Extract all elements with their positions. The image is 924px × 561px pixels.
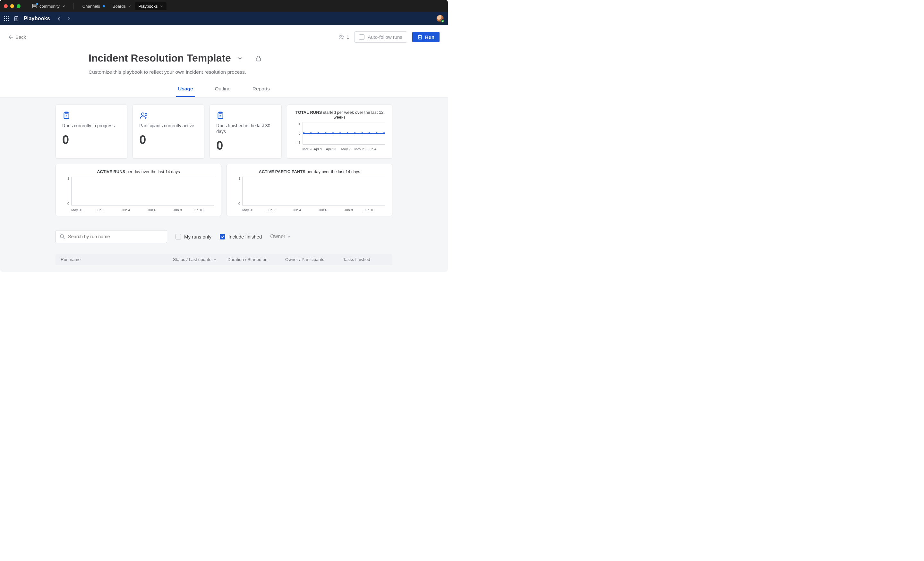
y-tick: -1 bbox=[293, 141, 301, 145]
svg-point-24 bbox=[60, 235, 63, 238]
back-label: Back bbox=[15, 34, 26, 40]
filter-row: My runs only Include finished Owner bbox=[56, 230, 392, 243]
app-bar: Playbooks bbox=[0, 12, 448, 25]
table-header: Run name Status / Last update Duration /… bbox=[56, 254, 392, 265]
filter-label: Include finished bbox=[228, 234, 262, 239]
stat-value: 0 bbox=[216, 139, 274, 153]
search-input[interactable] bbox=[68, 234, 163, 239]
x-tick: Jun 4 bbox=[122, 208, 130, 212]
participants-count[interactable]: 1 bbox=[338, 34, 349, 40]
col-tasks[interactable]: Tasks finished bbox=[343, 257, 387, 262]
my-runs-only-toggle[interactable]: My runs only bbox=[176, 234, 212, 239]
nav-arrows bbox=[57, 16, 71, 21]
current-user-avatar[interactable] bbox=[436, 15, 444, 22]
chevron-down-icon[interactable] bbox=[237, 55, 243, 61]
run-label: Run bbox=[425, 34, 434, 40]
svg-point-14 bbox=[342, 36, 343, 37]
title-block: Incident Resolution Template Customize t… bbox=[0, 43, 448, 75]
y-tick: 1 bbox=[293, 122, 301, 126]
plot-area bbox=[303, 122, 385, 145]
col-duration[interactable]: Duration / Started on bbox=[228, 257, 285, 262]
maximize-window-button[interactable] bbox=[16, 4, 21, 8]
stat-label: Participants currently active bbox=[139, 123, 198, 129]
checkbox-unchecked-icon bbox=[359, 34, 364, 40]
auto-follow-toggle[interactable]: Auto-follow runs bbox=[354, 31, 407, 43]
owner-dropdown[interactable]: Owner bbox=[270, 234, 291, 239]
svg-point-21 bbox=[145, 114, 147, 115]
col-run-name[interactable]: Run name bbox=[61, 257, 173, 262]
window-controls bbox=[4, 4, 21, 8]
view-tabs: Usage Outline Reports bbox=[0, 86, 448, 97]
lock-icon[interactable] bbox=[255, 55, 262, 62]
checkbox-checked-icon bbox=[220, 234, 225, 239]
svg-point-13 bbox=[340, 35, 341, 37]
svg-rect-8 bbox=[4, 20, 5, 21]
chevron-down-icon bbox=[213, 258, 217, 261]
tab-playbooks[interactable]: Playbooks × bbox=[135, 2, 167, 10]
tab-label: Boards bbox=[112, 4, 126, 9]
x-tick: Jun 2 bbox=[96, 208, 104, 212]
apps-grid-icon[interactable] bbox=[4, 16, 9, 21]
divider bbox=[74, 3, 74, 9]
stat-value: 0 bbox=[62, 133, 121, 147]
chart-active-participants: ACTIVE PARTICIPANTS per day over the las… bbox=[226, 164, 392, 216]
tab-boards[interactable]: Boards × bbox=[109, 2, 135, 10]
svg-rect-3 bbox=[6, 16, 7, 17]
playbook-subtitle: Customize this playbook to reflect your … bbox=[88, 69, 448, 75]
chart-title-rest: per day over the last 14 days bbox=[125, 169, 180, 174]
y-tick: 0 bbox=[232, 202, 240, 205]
svg-point-20 bbox=[141, 113, 144, 115]
mac-titlebar: community Channels Boards × Playbooks × bbox=[0, 0, 448, 12]
people-icon bbox=[338, 34, 345, 40]
stat-runs-in-progress: Runs currently in progress 0 bbox=[56, 105, 128, 159]
chart-title: ACTIVE RUNS per day over the last 14 day… bbox=[62, 169, 215, 174]
tab-outline[interactable]: Outline bbox=[213, 86, 232, 97]
run-button[interactable]: Run bbox=[412, 32, 440, 42]
presence-online-icon bbox=[441, 19, 445, 23]
workspace-switcher[interactable]: community bbox=[28, 2, 69, 10]
y-axis: 1 0 bbox=[62, 177, 69, 205]
nav-forward-button[interactable] bbox=[66, 16, 71, 21]
x-tick: May 7 bbox=[341, 147, 351, 151]
svg-rect-7 bbox=[8, 18, 9, 19]
x-tick: Jun 6 bbox=[318, 208, 327, 212]
col-owner[interactable]: Owner / Participants bbox=[285, 257, 343, 262]
x-axis: May 31 Jun 2 Jun 4 Jun 6 Jun 8 Jun 10 bbox=[242, 208, 385, 212]
include-finished-toggle[interactable]: Include finished bbox=[220, 234, 262, 239]
x-tick: May 31 bbox=[71, 208, 83, 212]
x-tick: Jun 10 bbox=[364, 208, 374, 212]
col-label: Status / Last update bbox=[173, 257, 212, 262]
chart-title: TOTAL RUNS started per week over the las… bbox=[293, 110, 386, 120]
close-icon[interactable]: × bbox=[160, 4, 163, 9]
stat-label: Runs currently in progress bbox=[62, 123, 121, 129]
filter-label: My runs only bbox=[184, 234, 212, 239]
y-tick: 0 bbox=[293, 132, 301, 135]
chart-title-bold: ACTIVE RUNS bbox=[97, 169, 125, 174]
auto-follow-label: Auto-follow runs bbox=[368, 34, 402, 40]
search-input-wrapper[interactable] bbox=[56, 230, 167, 243]
unread-dot-icon bbox=[36, 3, 38, 5]
tab-channels[interactable]: Channels bbox=[79, 2, 109, 10]
playbook-title[interactable]: Incident Resolution Template bbox=[88, 52, 231, 64]
back-button[interactable]: Back bbox=[8, 34, 26, 40]
tab-reports[interactable]: Reports bbox=[250, 86, 272, 97]
tab-usage[interactable]: Usage bbox=[176, 86, 195, 97]
minimize-window-button[interactable] bbox=[10, 4, 14, 8]
plot-area bbox=[242, 177, 385, 205]
y-tick: 1 bbox=[62, 177, 69, 181]
stat-value: 0 bbox=[139, 133, 198, 147]
x-tick: Jun 4 bbox=[292, 208, 301, 212]
svg-rect-17 bbox=[256, 58, 260, 61]
chart-title: ACTIVE PARTICIPANTS per day over the las… bbox=[232, 169, 386, 174]
col-status[interactable]: Status / Last update bbox=[173, 257, 228, 262]
close-icon[interactable]: × bbox=[128, 4, 131, 9]
nav-back-button[interactable] bbox=[57, 16, 62, 21]
close-window-button[interactable] bbox=[4, 4, 8, 8]
app-title: Playbooks bbox=[24, 16, 50, 21]
content-area: Runs currently in progress 0 Participant… bbox=[0, 97, 448, 272]
chart-title-rest: per day over the last 14 days bbox=[305, 169, 360, 174]
page-header: Back 1 Auto-follow runs Run bbox=[0, 25, 448, 43]
x-tick: Jun 8 bbox=[173, 208, 182, 212]
top-tabs: Channels Boards × Playbooks × bbox=[79, 2, 166, 10]
svg-rect-0 bbox=[32, 4, 36, 6]
